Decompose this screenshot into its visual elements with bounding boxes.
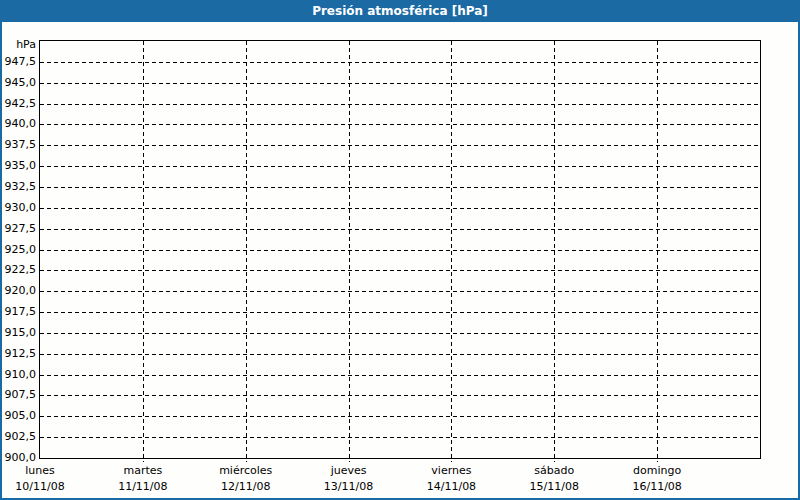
- y-axis-tick-label: 940,0: [0, 117, 36, 130]
- y-axis-tick-label: 902,5: [0, 430, 36, 443]
- x-axis-date-label: 12/11/08: [196, 480, 296, 493]
- x-axis-date-label: 16/11/08: [607, 480, 707, 493]
- grid-line-vertical: [246, 41, 247, 462]
- y-axis-tick-label: 900,0: [0, 451, 36, 464]
- y-axis-tick-label: 930,0: [0, 201, 36, 214]
- y-axis-tick-label: 945,0: [0, 76, 36, 89]
- grid-line-vertical: [451, 41, 452, 462]
- x-axis-day-label: miércoles: [196, 464, 296, 477]
- y-axis-tick-label: 925,0: [0, 243, 36, 256]
- plot-area: [39, 40, 761, 459]
- grid-line-horizontal: [40, 124, 760, 125]
- y-axis-tick-label: 947,5: [0, 55, 36, 68]
- x-axis-date-label: 11/11/08: [93, 480, 193, 493]
- y-axis-tick-label: 922,5: [0, 263, 36, 276]
- y-axis-tick-label: 905,0: [0, 409, 36, 422]
- x-axis-day-label: domingo: [607, 464, 707, 477]
- x-axis-day-label: viernes: [401, 464, 501, 477]
- y-axis-tick-label: 907,5: [0, 388, 36, 401]
- y-axis-tick-label: 920,0: [0, 284, 36, 297]
- pressure-chart: Presión atmosférica [hPa] hPa 947,5945,0…: [0, 0, 800, 500]
- y-axis-tick-label: 932,5: [0, 180, 36, 193]
- x-axis-day-label: lunes: [0, 464, 90, 477]
- y-axis-unit-label: hPa: [0, 38, 36, 51]
- grid-line-horizontal: [40, 291, 760, 292]
- x-axis-date-label: 13/11/08: [299, 480, 399, 493]
- y-axis-tick-label: 912,5: [0, 347, 36, 360]
- x-axis-date-label: 10/11/08: [0, 480, 90, 493]
- grid-line-horizontal: [40, 229, 760, 230]
- grid-line-vertical: [657, 41, 658, 462]
- grid-line-horizontal: [40, 416, 760, 417]
- x-axis-day-label: martes: [93, 464, 193, 477]
- chart-title: Presión atmosférica [hPa]: [312, 4, 488, 18]
- grid-line-horizontal: [40, 166, 760, 167]
- grid-line-horizontal: [40, 312, 760, 313]
- y-axis-tick-label: 917,5: [0, 305, 36, 318]
- grid-line-horizontal: [40, 104, 760, 105]
- grid-line-horizontal: [40, 250, 760, 251]
- grid-line-horizontal: [40, 437, 760, 438]
- grid-line-horizontal: [40, 333, 760, 334]
- grid-line-horizontal: [40, 187, 760, 188]
- grid-line-horizontal: [40, 270, 760, 271]
- chart-title-bar: Presión atmosférica [hPa]: [0, 0, 800, 22]
- grid-line-horizontal: [40, 145, 760, 146]
- y-axis-tick-label: 927,5: [0, 222, 36, 235]
- y-axis-tick-label: 910,0: [0, 368, 36, 381]
- y-axis-tick-label: 942,5: [0, 97, 36, 110]
- grid-line-horizontal: [40, 83, 760, 84]
- grid-line-vertical: [554, 41, 555, 462]
- y-axis-tick-label: 935,0: [0, 159, 36, 172]
- x-axis-day-label: sábado: [504, 464, 604, 477]
- x-axis-date-label: 14/11/08: [401, 480, 501, 493]
- grid-line-horizontal: [40, 62, 760, 63]
- x-axis-date-label: 15/11/08: [504, 480, 604, 493]
- grid-line-horizontal: [40, 395, 760, 396]
- grid-line-horizontal: [40, 354, 760, 355]
- y-axis-tick-label: 915,0: [0, 326, 36, 339]
- grid-line-horizontal: [40, 375, 760, 376]
- y-axis-tick-label: 937,5: [0, 138, 36, 151]
- grid-line-vertical: [143, 41, 144, 462]
- x-axis-day-label: jueves: [299, 464, 399, 477]
- grid-line-vertical: [349, 41, 350, 462]
- grid-line-horizontal: [40, 208, 760, 209]
